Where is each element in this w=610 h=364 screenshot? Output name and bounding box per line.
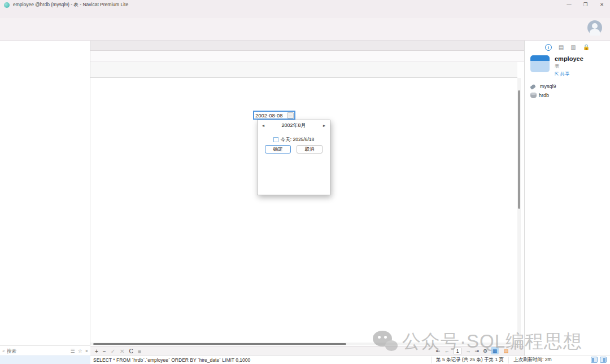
columns-icon[interactable]: ▥ [570, 44, 576, 51]
tab-bar [90, 41, 524, 51]
bottom-toolbar: + − ✓ ✕ C ■ ⇤ ← 1 → ⇥ ⚙ ▦ ▤ [90, 346, 524, 356]
sidebar: ⌕ ☰ ☆ × [0, 41, 90, 364]
window-title: employee @hrdb (mysql9) - 表 - Navicat Pr… [13, 2, 128, 8]
today-label: 今天: 2025/6/18 [281, 137, 315, 143]
preview-icon[interactable]: ▤ [559, 44, 564, 51]
search-icon: ⌕ [2, 348, 5, 354]
database-name: hrdb [539, 93, 549, 98]
apply-icon[interactable]: ✓ [111, 347, 115, 356]
vertical-scrollbar[interactable] [517, 78, 521, 343]
month-label: 2002年8月 [267, 122, 321, 129]
search-input[interactable] [7, 348, 68, 354]
vertical-scrollbar-thumb[interactable] [518, 90, 520, 209]
sidebar-bottom-strip [0, 356, 90, 364]
next-month-icon[interactable]: ► [321, 124, 328, 128]
stop-icon[interactable]: ■ [138, 347, 141, 356]
record-info: 第 5 条记录 (共 25 条) 于第 1 页 [431, 357, 508, 363]
first-page-icon[interactable]: ⇤ [436, 348, 441, 354]
horizontal-scrollbar-thumb[interactable] [93, 343, 346, 345]
refresh-icon[interactable]: C [129, 347, 133, 356]
cancel-button[interactable]: 取消 [297, 145, 323, 154]
status-bar: SELECT * FROM `hrdb`.`employee` ORDER BY… [90, 356, 610, 364]
database-icon [530, 93, 537, 98]
maximize-button[interactable]: ❐ [577, 0, 594, 10]
info-icon[interactable]: i [545, 44, 552, 51]
delete-record-icon[interactable]: − [103, 347, 106, 356]
connection-icon [530, 84, 536, 90]
minimize-button[interactable]: — [561, 0, 577, 10]
object-info-panel: i ▤ ▥ 🔒 employee 表 ⇱ 共享 mysql9 hrdb [524, 41, 610, 356]
sidebar-search-row: ⌕ ☰ ☆ × [0, 345, 90, 356]
page-number[interactable]: 1 [454, 348, 462, 354]
table-icon [530, 55, 550, 72]
prev-month-icon[interactable]: ◄ [260, 124, 267, 128]
ok-button[interactable]: 确定 [265, 145, 291, 154]
add-record-icon[interactable]: + [95, 347, 98, 356]
toggle-left-panel-icon[interactable] [591, 357, 598, 363]
app-logo-icon [4, 2, 10, 8]
grid-header [90, 62, 517, 78]
favorite-star-icon[interactable]: ☆ [78, 348, 82, 354]
last-page-icon[interactable]: ⇥ [474, 348, 479, 354]
discard-icon[interactable]: ✕ [120, 347, 124, 356]
date-picker: ◄ 2002年8月 ► 今天: 2025/6/18 确定 取消 [257, 120, 330, 195]
cell-date-editor[interactable]: 2002-08-08 ... [253, 111, 295, 120]
menu-bar [0, 10, 610, 18]
status-sql: SELECT * FROM `hrdb`.`employee` ORDER BY… [90, 357, 431, 363]
table-toolbar [90, 51, 524, 62]
title-bar: employee @hrdb (mysql9) - 表 - Navicat Pr… [0, 0, 610, 10]
prev-page-icon[interactable]: ← [445, 348, 450, 354]
permissions-lock-icon[interactable]: 🔒 [583, 44, 590, 51]
collapse-all-icon[interactable]: × [85, 348, 88, 354]
weekday-row [260, 129, 328, 135]
grid-view-icon[interactable]: ▦ [491, 347, 499, 354]
next-page-icon[interactable]: → [465, 348, 470, 354]
filter-list-icon[interactable]: ☰ [71, 348, 75, 354]
form-view-icon[interactable]: ▤ [502, 347, 510, 354]
object-title: employee [555, 55, 583, 62]
close-button[interactable]: ✕ [594, 0, 610, 10]
user-avatar[interactable] [587, 20, 602, 35]
today-checkbox[interactable] [273, 137, 278, 142]
main-toolbar [0, 18, 610, 41]
toggle-right-panel-icon[interactable] [600, 357, 607, 363]
cell-editor-more-button[interactable]: ... [287, 112, 294, 119]
page-settings-gear-icon[interactable]: ⚙ [483, 348, 487, 354]
share-link[interactable]: ⇱ 共享 [555, 71, 583, 78]
object-subtitle: 表 [555, 63, 583, 70]
cell-editor-value: 2002-08-08 [254, 112, 287, 119]
connection-name: mysql9 [540, 84, 556, 89]
window-controls: — ❐ ✕ [561, 0, 610, 10]
horizontal-scrollbar[interactable] [90, 343, 517, 345]
